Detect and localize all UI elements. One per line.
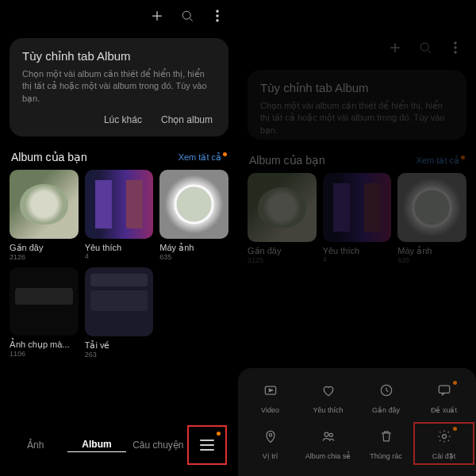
menu-button[interactable] <box>187 425 227 465</box>
sheet-video[interactable]: Video <box>243 382 298 414</box>
svg-point-2 <box>217 15 219 17</box>
sheet-favorite[interactable]: Yêu thích <box>301 382 355 414</box>
choose-album-button[interactable]: Chọn album <box>161 114 213 125</box>
album-thumbnail <box>248 173 317 242</box>
album-thumbnail <box>10 170 79 239</box>
more-icon[interactable] <box>209 8 225 27</box>
card-title: Tùy chỉnh tab Album <box>22 49 216 63</box>
album-item[interactable]: Tải về 263 <box>85 267 154 359</box>
svg-point-0 <box>182 11 190 19</box>
album-thumbnail <box>323 173 392 242</box>
add-icon[interactable] <box>149 8 165 27</box>
customize-albums-card: Tùy chỉnh tab Album Chọn một vài album c… <box>10 38 228 136</box>
card-body: Chọn một vài album cần thiết để hiển thị… <box>22 68 216 105</box>
orange-dot-icon <box>453 427 457 431</box>
svg-point-11 <box>269 434 271 436</box>
search-icon[interactable] <box>179 8 195 27</box>
video-icon <box>263 382 278 398</box>
clock-icon <box>378 382 394 398</box>
search-icon[interactable] <box>417 40 433 59</box>
highlight-box <box>413 422 474 465</box>
orange-dot-icon <box>223 152 227 156</box>
add-icon[interactable] <box>387 40 403 59</box>
album-item[interactable]: Máy ảnh 635 <box>159 170 228 261</box>
tab-stories[interactable]: Câu chuyện <box>129 440 187 451</box>
svg-point-5 <box>455 42 457 44</box>
card-title: Tùy chỉnh tab Album <box>260 81 454 95</box>
card-body: Chọn một vài album cần thiết để hiển thị… <box>260 100 454 136</box>
heart-icon <box>321 382 336 398</box>
later-button[interactable]: Lúc khác <box>104 114 142 125</box>
users-icon <box>321 428 336 444</box>
svg-rect-10 <box>439 386 449 393</box>
customize-albums-card: Tùy chỉnh tab Album Chọn một vài album c… <box>248 70 466 140</box>
album-item[interactable]: Yêu thích 4 <box>85 170 154 261</box>
svg-point-7 <box>455 52 457 54</box>
svg-point-4 <box>420 43 428 51</box>
album-item[interactable]: Máy ảnh 635 <box>397 173 466 264</box>
svg-point-6 <box>455 47 457 49</box>
album-thumbnail <box>10 267 79 336</box>
section-title: Album của bạn <box>11 151 87 163</box>
album-item[interactable]: Ảnh chụp mà... 1106 <box>10 267 79 359</box>
hamburger-icon <box>200 440 214 451</box>
more-icon[interactable] <box>447 40 463 59</box>
sheet-shared[interactable]: Album chia sẻ <box>301 428 355 460</box>
sheet-recent[interactable]: Gần đây <box>359 382 413 414</box>
album-item[interactable]: Gần đây 2126 <box>10 170 79 261</box>
trash-icon <box>378 428 394 444</box>
bottom-nav: Ảnh Album Câu chuyện <box>0 414 238 476</box>
album-item[interactable]: Gần đây 2125 <box>248 173 317 264</box>
tab-photos[interactable]: Ảnh <box>6 440 64 451</box>
svg-point-13 <box>329 433 332 436</box>
sheet-trash[interactable]: Thùng rác <box>359 428 413 460</box>
album-thumbnail <box>159 170 228 239</box>
album-thumbnail <box>85 170 154 239</box>
menu-sheet: Video Yêu thích Gần đây Đề xuất Vị trí A… <box>238 368 476 476</box>
album-item[interactable]: Yêu thích 4 <box>323 173 392 264</box>
sheet-settings[interactable]: Cài đặt <box>416 428 471 460</box>
album-thumbnail <box>85 267 154 336</box>
svg-point-1 <box>217 10 219 13</box>
pin-icon <box>263 428 278 444</box>
sheet-location[interactable]: Vị trí <box>243 428 298 460</box>
svg-point-12 <box>324 432 328 436</box>
orange-dot-icon <box>217 432 221 436</box>
album-thumbnail <box>397 173 466 242</box>
see-all-link[interactable]: Xem tất cả <box>416 155 465 166</box>
chat-icon <box>436 382 452 398</box>
orange-dot-icon <box>453 381 457 385</box>
section-title: Album của bạn <box>249 154 325 167</box>
see-all-link[interactable]: Xem tất cả <box>178 152 227 163</box>
tab-albums[interactable]: Album <box>67 439 125 452</box>
svg-point-3 <box>217 20 219 22</box>
sheet-suggest[interactable]: Đề xuất <box>416 382 471 414</box>
